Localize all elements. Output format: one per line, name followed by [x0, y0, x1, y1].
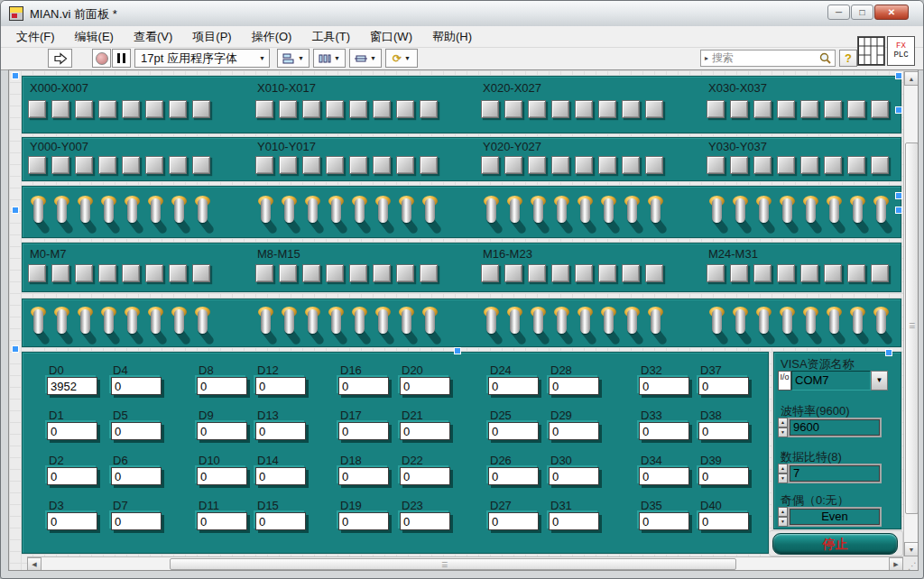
toggle-switch[interactable] — [708, 193, 726, 236]
data-bits-control[interactable]: ▲▼ 7 — [778, 464, 882, 483]
d-register-field[interactable]: 0 — [639, 377, 689, 395]
align-objects-button[interactable]: ▼ — [277, 49, 310, 68]
toggle-switch[interactable] — [647, 304, 665, 347]
switch-lever[interactable] — [284, 309, 294, 334]
led-indicator[interactable] — [279, 100, 297, 118]
parity-spinner-buttons[interactable]: ▲▼ — [778, 507, 788, 527]
toggle-switch[interactable] — [624, 304, 642, 347]
toggle-switch[interactable] — [732, 304, 750, 347]
toggle-switch[interactable] — [171, 193, 189, 236]
switch-lever[interactable] — [712, 309, 722, 334]
title-bar[interactable]: MIAN.vi 前面板 * ─ □ ✕ — [1, 1, 923, 27]
toggle-switch[interactable] — [530, 304, 548, 347]
led-indicator[interactable] — [871, 100, 889, 118]
led-indicator[interactable] — [707, 156, 725, 174]
led-indicator[interactable] — [122, 100, 140, 118]
d-register-field[interactable]: 0 — [400, 377, 450, 395]
toggle-switch[interactable] — [732, 193, 750, 236]
switch-lever[interactable] — [806, 309, 816, 334]
led-indicator[interactable] — [777, 100, 795, 118]
switch-lever[interactable] — [510, 198, 520, 223]
led-indicator[interactable] — [169, 264, 187, 282]
switch-lever[interactable] — [712, 198, 722, 223]
switch-lever[interactable] — [627, 198, 637, 223]
d-register-field[interactable]: 0 — [255, 377, 306, 395]
increment-icon[interactable]: ▲ — [778, 464, 788, 473]
toggle-switch[interactable] — [577, 304, 595, 347]
toggle-switch[interactable] — [553, 193, 571, 236]
led-indicator[interactable] — [777, 156, 795, 174]
switch-lever[interactable] — [151, 198, 161, 223]
led-indicator[interactable] — [528, 264, 546, 282]
switch-lever[interactable] — [486, 198, 496, 223]
d-register-field[interactable]: 0 — [400, 467, 450, 485]
toggle-switch[interactable] — [53, 304, 71, 347]
run-button[interactable] — [48, 49, 72, 68]
led-indicator[interactable] — [645, 156, 663, 174]
switch-lever[interactable] — [355, 309, 365, 334]
toggle-switch[interactable] — [779, 193, 797, 236]
toggle-switch[interactable] — [755, 304, 773, 347]
toggle-switch[interactable] — [53, 193, 71, 236]
led-indicator[interactable] — [598, 156, 616, 174]
toggle-switch[interactable] — [351, 193, 369, 236]
toggle-switch[interactable] — [374, 193, 393, 236]
toggle-switch[interactable] — [826, 304, 844, 347]
switch-lever[interactable] — [174, 198, 184, 223]
toggle-switch[interactable] — [624, 193, 642, 236]
led-indicator[interactable] — [622, 264, 640, 282]
toggle-switch[interactable] — [779, 304, 797, 347]
d-register-field[interactable]: 0 — [400, 512, 450, 530]
switch-lever[interactable] — [402, 309, 411, 334]
toggle-switch[interactable] — [600, 304, 618, 347]
switch-lever[interactable] — [402, 198, 411, 223]
switch-lever[interactable] — [486, 309, 496, 334]
switch-lever[interactable] — [33, 309, 43, 334]
led-indicator[interactable] — [326, 264, 344, 282]
switch-lever[interactable] — [876, 198, 886, 223]
switch-lever[interactable] — [261, 198, 271, 223]
toggle-switch[interactable] — [257, 304, 275, 347]
d-register-field[interactable]: 0 — [400, 422, 450, 440]
data-bits-field[interactable]: 7 — [788, 464, 882, 483]
switch-lever[interactable] — [782, 198, 792, 223]
led-indicator[interactable] — [420, 100, 438, 118]
baud-spinner-buttons[interactable]: ▲▼ — [778, 418, 788, 437]
visa-resource-value[interactable]: COM7 — [791, 371, 871, 391]
switch-lever[interactable] — [33, 198, 43, 223]
d-register-field[interactable]: 0 — [698, 512, 749, 530]
switch-lever[interactable] — [557, 309, 567, 334]
led-indicator[interactable] — [575, 264, 593, 282]
switch-lever[interactable] — [829, 198, 839, 223]
close-button[interactable]: ✕ — [874, 5, 909, 20]
d-register-field[interactable]: 0 — [639, 467, 689, 485]
led-indicator[interactable] — [730, 156, 748, 174]
led-indicator[interactable] — [551, 156, 569, 174]
decrement-icon[interactable]: ▼ — [778, 427, 788, 437]
toggle-switch[interactable] — [124, 304, 142, 347]
d-register-field[interactable]: 0 — [488, 422, 539, 440]
led-indicator[interactable] — [481, 100, 499, 118]
toggle-switch[interactable] — [802, 304, 820, 347]
switch-lever[interactable] — [627, 309, 637, 334]
toggle-switch[interactable] — [304, 304, 322, 347]
distribute-objects-button[interactable]: ▼ — [313, 49, 346, 68]
switch-lever[interactable] — [378, 198, 388, 223]
led-indicator[interactable] — [622, 100, 640, 118]
toggle-switch[interactable] — [147, 304, 165, 347]
led-indicator[interactable] — [420, 264, 438, 282]
switch-lever[interactable] — [308, 309, 318, 334]
led-indicator[interactable] — [326, 156, 344, 174]
decrement-icon[interactable]: ▼ — [778, 517, 788, 527]
d-register-field[interactable]: 0 — [488, 467, 539, 485]
d-register-field[interactable]: 0 — [47, 512, 97, 530]
led-indicator[interactable] — [730, 264, 748, 282]
led-indicator[interactable] — [575, 156, 593, 174]
toggle-switch[interactable] — [398, 193, 416, 236]
selection-handle[interactable] — [895, 106, 902, 114]
toggle-switch[interactable] — [328, 193, 346, 236]
switch-lever[interactable] — [782, 309, 792, 334]
led-indicator[interactable] — [145, 100, 163, 118]
led-indicator[interactable] — [481, 156, 499, 174]
led-indicator[interactable] — [279, 156, 297, 174]
